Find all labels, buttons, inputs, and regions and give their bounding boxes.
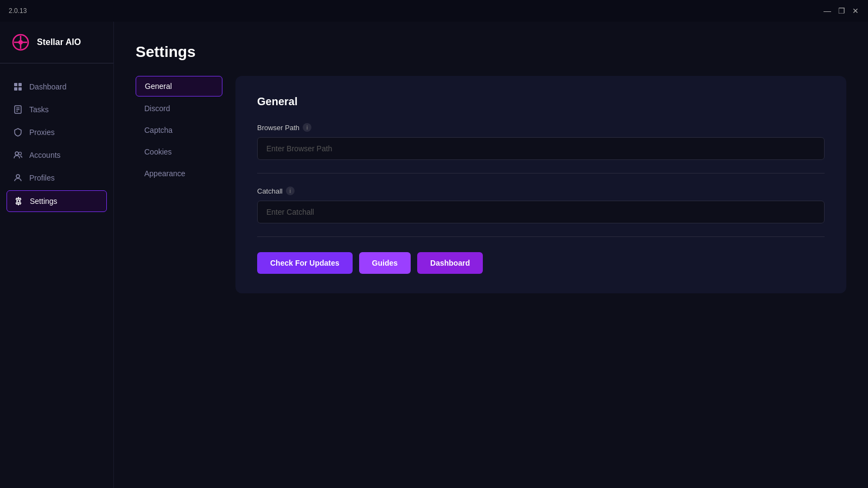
svg-point-14 (16, 175, 20, 178)
tab-general[interactable]: General (136, 76, 222, 97)
guides-button[interactable]: Guides (359, 252, 411, 274)
app-container: Stellar AIO Dashboard (0, 0, 868, 488)
main-content: Settings General Discord Captcha Cookies… (114, 22, 868, 488)
tab-captcha[interactable]: Captcha (136, 120, 222, 140)
sidebar: Stellar AIO Dashboard (0, 22, 114, 488)
sidebar-item-dashboard[interactable]: Dashboard (7, 76, 107, 97)
sidebar-item-tasks[interactable]: Tasks (7, 99, 107, 120)
settings-panel: General Browser Path i Catchall i (235, 76, 846, 293)
catchall-section: Catchall i (257, 187, 825, 237)
svg-rect-7 (18, 87, 22, 91)
browser-path-label: Browser Path (257, 124, 299, 132)
sidebar-item-accounts[interactable]: Accounts (7, 145, 107, 165)
titlebar: 2.0.13 — ❐ ✕ (0, 0, 868, 22)
browser-path-section: Browser Path i (257, 123, 825, 174)
dashboard-icon (13, 82, 23, 92)
sidebar-item-settings[interactable]: Settings (7, 190, 107, 212)
settings-icon (14, 196, 23, 206)
sidebar-item-settings-label: Settings (30, 197, 58, 206)
svg-rect-6 (14, 87, 17, 91)
tasks-icon (13, 105, 23, 114)
svg-rect-4 (14, 83, 17, 86)
sidebar-item-proxies-label: Proxies (29, 128, 55, 137)
panel-title: General (257, 95, 825, 108)
action-buttons: Check For Updates Guides Dashboard (257, 252, 825, 274)
profiles-icon (13, 173, 23, 183)
app-logo-icon (11, 33, 30, 52)
sidebar-item-accounts-label: Accounts (29, 151, 61, 159)
sidebar-item-tasks-label: Tasks (29, 105, 49, 114)
app-name: Stellar AIO (37, 37, 81, 47)
settings-layout: General Discord Captcha Cookies Appearan… (136, 76, 846, 293)
browser-path-label-row: Browser Path i (257, 123, 825, 132)
sidebar-logo: Stellar AIO (0, 33, 113, 63)
sidebar-item-proxies[interactable]: Proxies (7, 122, 107, 143)
tab-discord[interactable]: Discord (136, 99, 222, 118)
page-title: Settings (136, 43, 846, 61)
dashboard-button[interactable]: Dashboard (417, 252, 483, 274)
catchall-label: Catchall (257, 187, 283, 195)
browser-path-input[interactable] (257, 137, 825, 160)
tab-cookies[interactable]: Cookies (136, 142, 222, 162)
close-button[interactable]: ✕ (852, 7, 859, 15)
window-controls: — ❐ ✕ (824, 7, 859, 15)
catchall-label-row: Catchall i (257, 187, 825, 195)
proxies-icon (13, 127, 23, 137)
browser-path-info-icon[interactable]: i (303, 123, 311, 132)
check-updates-button[interactable]: Check For Updates (257, 252, 353, 274)
sidebar-item-profiles-label: Profiles (29, 174, 55, 182)
svg-point-3 (18, 40, 23, 44)
app-version: 2.0.13 (9, 7, 27, 15)
catchall-input[interactable] (257, 201, 825, 223)
tab-appearance[interactable]: Appearance (136, 164, 222, 183)
svg-point-13 (19, 152, 22, 155)
sidebar-item-profiles[interactable]: Profiles (7, 168, 107, 188)
sidebar-navigation: Dashboard Tasks (0, 68, 113, 477)
settings-tabs: General Discord Captcha Cookies Appearan… (136, 76, 222, 293)
minimize-button[interactable]: — (824, 7, 831, 15)
catchall-info-icon[interactable]: i (286, 187, 295, 195)
accounts-icon (13, 150, 23, 160)
sidebar-item-dashboard-label: Dashboard (29, 82, 67, 91)
svg-point-12 (15, 152, 18, 155)
svg-point-15 (17, 200, 20, 203)
svg-rect-5 (18, 83, 22, 86)
maximize-button[interactable]: ❐ (838, 7, 845, 15)
